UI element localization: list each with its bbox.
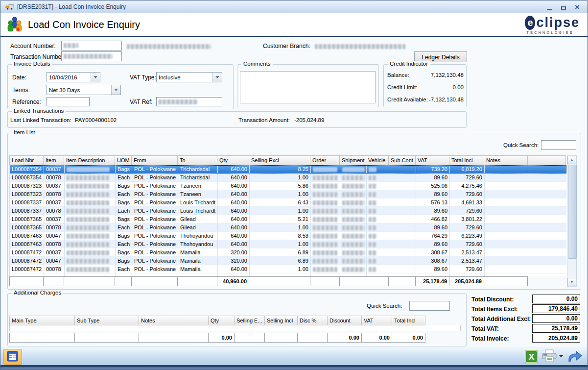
- vat-type-dropdown[interactable]: Inclusive: [156, 72, 222, 82]
- table-row[interactable]: L00008746300078EachPOL - PolokwaneThohoy…: [10, 240, 566, 248]
- print-dropdown-caret[interactable]: [559, 355, 563, 357]
- grid-total-value: 40,960.00: [217, 276, 249, 286]
- redacted-text: [313, 259, 337, 264]
- table-cell: [389, 165, 416, 173]
- item-column-header[interactable]: Item: [44, 155, 64, 165]
- table-row[interactable]: L00008735400078EachPOL - PolokwaneTricha…: [10, 173, 566, 182]
- ac-column-header[interactable]: Main Type: [9, 316, 75, 325]
- ac-column-header[interactable]: Sub Type: [75, 316, 139, 325]
- table-cell: 729.60: [450, 265, 485, 273]
- redacted-text: [313, 242, 337, 247]
- grid-total-value: 0.00: [362, 333, 392, 343]
- scroll-up-icon[interactable]: ▲: [567, 156, 576, 164]
- ac-column-header[interactable]: Discount: [328, 316, 362, 325]
- table-cell: [65, 173, 116, 181]
- table-cell: [340, 182, 367, 190]
- table-cell: Mamaila: [178, 248, 218, 256]
- close-button[interactable]: ×: [575, 3, 580, 10]
- ac-column-header[interactable]: Selling E...: [235, 316, 265, 325]
- row-filler: [528, 223, 566, 231]
- date-dropdown[interactable]: 10/04/2016: [47, 72, 100, 82]
- redacted-text: [313, 175, 337, 180]
- ac-column-header[interactable]: Notes: [139, 316, 209, 325]
- table-cell: 00037: [44, 198, 65, 206]
- maximize-button[interactable]: [561, 3, 566, 10]
- scroll-down-icon[interactable]: ▼: [567, 278, 576, 286]
- item-quick-search-input[interactable]: [541, 140, 576, 150]
- table-row[interactable]: L00008747200078EachPOL - PolokwaneMamail…: [10, 265, 566, 273]
- item-column-header[interactable]: Order: [310, 155, 340, 165]
- ac-column-header[interactable]: Disc %: [298, 316, 328, 325]
- terms-dropdown[interactable]: Net 30 Days: [47, 85, 121, 95]
- ac-column-header[interactable]: Total Incl: [392, 316, 425, 325]
- table-cell: POL - Polokwane: [132, 207, 178, 215]
- table-cell: [340, 198, 367, 206]
- table-cell: 640.00: [218, 215, 250, 223]
- table-cell: [367, 198, 389, 206]
- account-number-redacted: [64, 43, 78, 48]
- exit-button[interactable]: [564, 349, 585, 364]
- window-title: [DRSE2031T] - Load Con Invoice Enquiry: [17, 3, 126, 10]
- item-column-header[interactable]: Qty: [217, 155, 249, 165]
- table-cell: 00078: [44, 173, 65, 181]
- item-column-header[interactable]: Total Incl: [449, 155, 484, 165]
- table-cell: [311, 165, 340, 173]
- item-column-header[interactable]: Item Description: [64, 155, 115, 165]
- account-number-input[interactable]: [61, 41, 122, 50]
- table-row[interactable]: L00008746300047BagsPOL - PolokwaneThohoy…: [10, 232, 566, 240]
- ac-column-header[interactable]: VAT: [362, 316, 392, 325]
- item-column-header[interactable]: Vehicle: [366, 155, 389, 165]
- item-list-scrollbar[interactable]: ▲ ▼: [567, 155, 577, 287]
- table-row[interactable]: L00008736500078EachPOL - PolokwaneGilead…: [10, 223, 566, 232]
- table-cell: 00037: [44, 165, 65, 173]
- table-cell: 3,801.22: [450, 215, 485, 223]
- table-row[interactable]: L00008736500037BagsPOL - PolokwaneGilead…: [10, 215, 566, 223]
- table-cell: [340, 240, 367, 248]
- ac-quick-search-input[interactable]: [409, 301, 450, 311]
- item-column-header[interactable]: Load Nbr: [9, 155, 44, 165]
- ac-column-header[interactable]: Qty: [209, 316, 235, 325]
- table-row[interactable]: L00008747200047BagsPOL - PolokwaneMamail…: [10, 257, 566, 265]
- item-column-header[interactable]: VAT: [416, 155, 449, 165]
- table-cell: 89.60: [416, 173, 450, 181]
- table-row[interactable]: L00008735400037BagsPOL - PolokwaneTricha…: [10, 165, 566, 173]
- table-row[interactable]: L00008747200037BagsPOL - PolokwaneMamail…: [10, 248, 566, 257]
- table-cell: L000087337: [10, 207, 44, 215]
- table-row[interactable]: L00008733700037BagsPOL - PolokwaneLouis …: [10, 198, 566, 207]
- minimize-button[interactable]: [547, 3, 552, 10]
- item-column-header[interactable]: From: [132, 155, 178, 165]
- ac-column-header[interactable]: Selling Incl: [265, 316, 298, 325]
- table-cell: 1.00: [250, 190, 311, 198]
- grid-view-button[interactable]: [3, 349, 22, 365]
- excel-export-button[interactable]: X: [523, 349, 539, 364]
- chevron-down-icon[interactable]: [91, 73, 100, 82]
- item-column-header[interactable]: To: [178, 155, 217, 165]
- table-cell: POL - Polokwane: [132, 223, 178, 231]
- chevron-down-icon[interactable]: [111, 85, 120, 95]
- table-row[interactable]: L00008732300078EachPOL - PolokwaneTzanee…: [10, 190, 566, 198]
- item-column-header[interactable]: Shipment: [340, 155, 366, 165]
- print-button[interactable]: [541, 349, 563, 364]
- item-column-header[interactable]: UOM: [115, 155, 132, 165]
- table-cell: 00037: [44, 215, 65, 223]
- table-cell: [65, 207, 116, 215]
- chevron-down-icon[interactable]: [212, 73, 222, 82]
- vat-ref-input[interactable]: [156, 97, 222, 106]
- table-row[interactable]: L00008732300037BagsPOL - PolokwaneTzanee…: [10, 182, 566, 190]
- table-cell: L000087323: [10, 182, 44, 190]
- table-cell: 89.60: [416, 207, 450, 215]
- table-cell: 729.60: [450, 173, 485, 181]
- table-cell: [367, 215, 389, 223]
- table-cell: Bags: [116, 215, 132, 223]
- transaction-number-input[interactable]: [61, 51, 122, 61]
- scrollbar-thumb[interactable]: [568, 165, 577, 259]
- table-cell: 6,019.20: [450, 165, 485, 173]
- reference-input[interactable]: [47, 97, 90, 106]
- item-grid-header: Load NbrItemItem DescriptionUOMFromToQty…: [9, 155, 566, 165]
- item-column-header[interactable]: Selling Excl: [249, 155, 310, 165]
- item-column-header[interactable]: Sub Cont: [389, 155, 416, 165]
- item-column-header[interactable]: Notes: [484, 155, 528, 165]
- table-cell: L000087472: [10, 265, 44, 273]
- table-row[interactable]: L00008733700078EachPOL - PolokwaneLouis …: [10, 207, 566, 215]
- comments-textarea[interactable]: [240, 71, 376, 103]
